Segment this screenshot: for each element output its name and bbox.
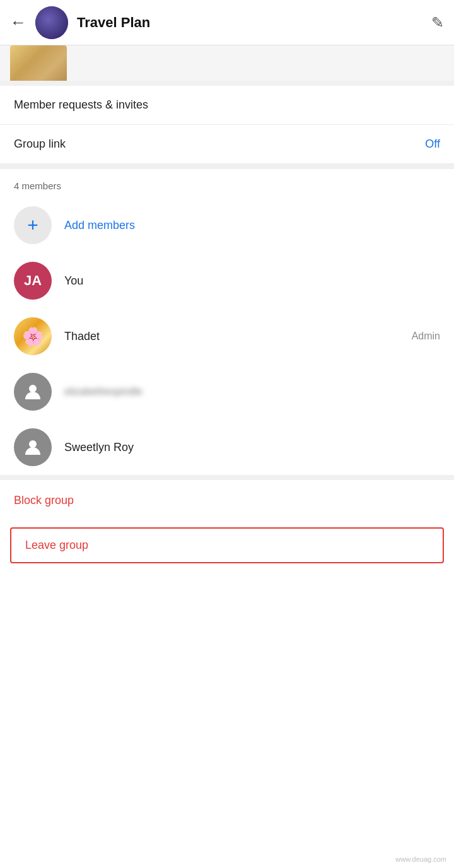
member-name-blurred: elizabethespindle xyxy=(64,386,440,397)
person-icon-sweetlyn xyxy=(23,437,43,457)
group-avatar xyxy=(35,6,68,39)
top-image-strip xyxy=(0,45,454,81)
person-icon xyxy=(23,382,43,402)
page-title: Travel Plan xyxy=(77,15,431,31)
block-group-row[interactable]: Block group xyxy=(0,480,454,521)
svg-point-1 xyxy=(29,440,37,448)
plus-icon: + xyxy=(27,216,38,235)
member-name-sweetlyn: Sweetlyn Roy xyxy=(64,441,440,454)
divider-2 xyxy=(0,164,454,169)
add-members-icon-circle: + xyxy=(14,206,52,244)
divider-3 xyxy=(0,475,454,480)
leave-group-box[interactable]: Leave group xyxy=(10,527,444,563)
member-requests-label: Member requests & invites xyxy=(14,98,148,112)
svg-point-0 xyxy=(29,385,37,392)
add-members-row[interactable]: + Add members xyxy=(0,197,454,253)
header: ← Travel Plan ✎ xyxy=(0,0,454,45)
member-row-blurred[interactable]: elizabethespindle xyxy=(0,364,454,419)
back-button[interactable]: ← xyxy=(10,13,26,32)
group-link-item[interactable]: Group link Off xyxy=(0,125,454,164)
member-name-you: You xyxy=(64,274,440,288)
member-requests-item[interactable]: Member requests & invites xyxy=(0,86,454,125)
member-row-thadet[interactable]: Thadet Admin xyxy=(0,308,454,364)
member-row-sweetlyn[interactable]: Sweetlyn Roy xyxy=(0,419,454,475)
members-count: 4 members xyxy=(0,169,454,197)
block-group-label: Block group xyxy=(14,494,74,507)
members-section: 4 members + Add members JA You Thadet Ad… xyxy=(0,169,454,475)
add-members-label: Add members xyxy=(64,219,135,232)
avatar-ja: JA xyxy=(14,262,52,300)
member-role-thadet: Admin xyxy=(412,331,440,342)
divider-1 xyxy=(0,81,454,86)
member-name-thadet: Thadet xyxy=(64,330,412,343)
avatar-sweetlyn xyxy=(14,428,52,466)
avatar-thadet xyxy=(14,317,52,355)
group-link-value: Off xyxy=(425,138,440,151)
leave-group-label: Leave group xyxy=(25,539,88,551)
watermark: www.deuag.com xyxy=(395,855,446,863)
group-link-label: Group link xyxy=(14,138,66,151)
group-image-partial xyxy=(10,45,67,81)
edit-button[interactable]: ✎ xyxy=(431,14,444,32)
avatar-generic-1 xyxy=(14,373,52,411)
member-row[interactable]: JA You xyxy=(0,253,454,308)
